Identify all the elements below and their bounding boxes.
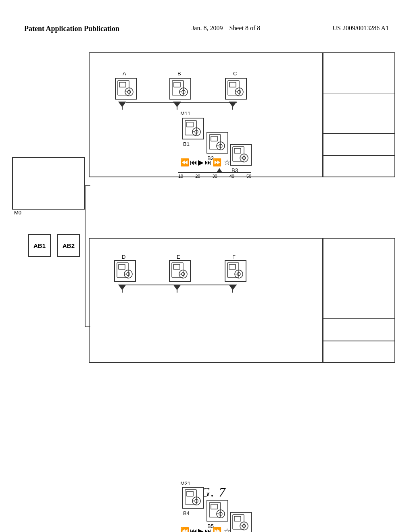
- page-header: Patent Application Publication Jan. 8, 2…: [0, 24, 413, 34]
- svg-rect-16: [187, 122, 193, 127]
- hline-m0-upper: [85, 185, 90, 186]
- sep-line-upper-1: [323, 133, 395, 134]
- step-back-icon: ⏮: [190, 158, 197, 167]
- tick-20-upper: 20: [195, 174, 200, 179]
- timeline-upper: 10 20 30 40 50: [178, 172, 251, 179]
- svg-rect-21: [211, 136, 217, 141]
- svg-rect-71: [234, 516, 241, 521]
- device-icon-b1: [182, 118, 204, 139]
- ab-boxes: AB1 AB2: [28, 234, 80, 257]
- fast-fwd-icon-lower: ⏩: [213, 527, 221, 532]
- play-icon: ▶: [198, 158, 204, 167]
- tick-30-upper: 30: [213, 174, 217, 179]
- playback-upper: ⏪ ⏮ ▶ ⏭ ⏩ ☆: [180, 158, 230, 167]
- tick-50-upper: 50: [246, 174, 251, 179]
- m0-box: [12, 157, 85, 210]
- play-icon-lower: ▶: [198, 527, 204, 532]
- hline-m0-lower: [85, 326, 90, 327]
- header-right: US 2009/0013286 A1: [332, 24, 389, 33]
- ab2-box: AB2: [57, 234, 80, 257]
- b1-label: B1: [183, 141, 190, 147]
- rewind-icon: ⏪: [180, 158, 189, 167]
- b1-device: [182, 118, 204, 139]
- patent-number: US 2009/0013286 A1: [332, 25, 389, 31]
- rewind-icon-lower: ⏪: [180, 527, 189, 532]
- device-icon-b4: [182, 487, 204, 509]
- b4-label: B4: [183, 510, 190, 516]
- b3-device: [230, 144, 252, 166]
- right-panel-lower: M21-D D M21-E E M21-F: [323, 238, 395, 363]
- fast-fwd-icon: ⏩: [213, 158, 221, 167]
- m21-label: M21: [180, 480, 190, 486]
- b2-device: [206, 132, 228, 154]
- device-icon-b3: [230, 144, 252, 166]
- b6-device: [230, 512, 252, 532]
- header-sheet: Sheet 8 of 8: [229, 25, 260, 31]
- step-back-icon-lower: ⏮: [190, 527, 197, 532]
- star-icon-lower: ☆: [224, 527, 230, 532]
- b5-device: [206, 500, 228, 522]
- m11b-section: M11-B B: [323, 94, 394, 94]
- playback-lower: ⏪ ⏮ ▶ ⏭ ⏩ ☆: [180, 527, 230, 532]
- right-panel-upper: M11-A A M11-B: [323, 52, 395, 177]
- sep-line-lower-1: [323, 318, 395, 319]
- step-fwd-icon: ⏭: [204, 158, 212, 167]
- step-fwd-icon-lower: ⏭: [204, 527, 212, 532]
- m11-label: M11: [180, 110, 190, 116]
- vline-m0-connect: [85, 185, 86, 326]
- header-center: Jan. 8, 2009 Sheet 8 of 8: [192, 24, 260, 33]
- svg-rect-66: [211, 504, 217, 509]
- header-date: Jan. 8, 2009: [192, 25, 223, 31]
- device-icon-b5: [206, 500, 228, 522]
- svg-rect-26: [234, 148, 241, 153]
- m0-label: M0: [14, 210, 21, 216]
- b4-device: [182, 487, 204, 509]
- sep-line-upper-2: [323, 155, 395, 156]
- main-box-upper: M11 B1 B2: [89, 52, 323, 177]
- ab1-box: AB1: [28, 234, 51, 257]
- ab1-label: AB1: [33, 242, 46, 249]
- device-icon-b6: [230, 512, 252, 532]
- main-box-lower: M21 B4 B5: [89, 238, 323, 363]
- sep-line-lower-2: [323, 341, 395, 341]
- header-left: Patent Application Publication: [24, 24, 119, 34]
- svg-rect-61: [187, 491, 193, 496]
- m11a-section: M11-A A: [323, 53, 394, 94]
- tick-10-upper: 10: [178, 174, 183, 179]
- tick-40-upper: 40: [229, 174, 234, 179]
- ab2-label: AB2: [63, 242, 75, 249]
- device-icon-b2: [206, 132, 228, 154]
- publication-title: Patent Application Publication: [24, 25, 119, 33]
- star-icon: ☆: [224, 158, 230, 167]
